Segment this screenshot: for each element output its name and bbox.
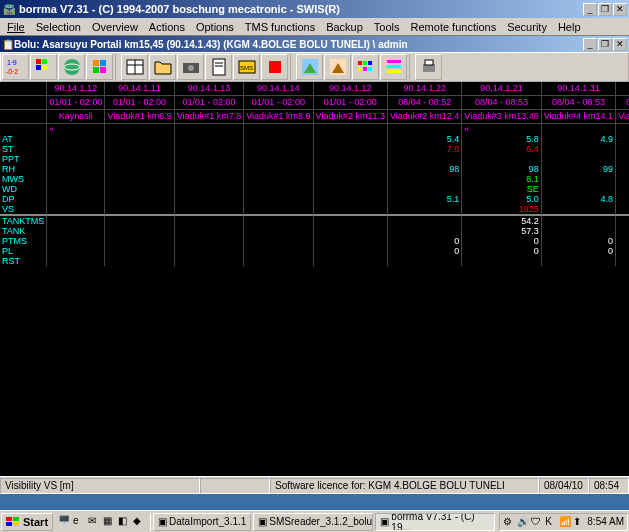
ql-app3-icon[interactable]: ◆ (133, 515, 147, 529)
mdi-icon: 📋 (2, 39, 14, 50)
tool-document-icon[interactable] (205, 54, 232, 80)
svg-rect-28 (363, 61, 367, 65)
ql-ie-icon[interactable]: e (73, 515, 87, 529)
data-grid[interactable]: 90.14.1.1290.14.1.1190.14.1.1390.14.1.14… (0, 82, 629, 476)
ql-app2-icon[interactable]: ◧ (118, 515, 132, 529)
status-bar: Visibility VS [m] Software licence for: … (0, 476, 629, 494)
start-button[interactable]: Start (1, 513, 53, 531)
status-licence: Software licence for: KGM 4.BOLGE BOLU T… (270, 478, 539, 494)
svg-text:-0·2: -0·2 (6, 68, 18, 75)
tool-globe-icon[interactable] (58, 54, 85, 80)
ql-desktop-icon[interactable]: 🖥️ (58, 515, 72, 529)
tool-stop-icon[interactable] (261, 54, 288, 80)
tray-icon-1[interactable]: ⚙ (503, 516, 515, 528)
svg-rect-8 (93, 60, 99, 66)
svg-rect-11 (100, 67, 106, 73)
system-tray[interactable]: ⚙ 🔊 🛡 K 📶 ⬆ 8:54 AM (499, 513, 628, 531)
svg-rect-41 (13, 522, 19, 526)
tool-sms-icon[interactable]: SMS (233, 54, 260, 80)
status-visibility: Visibility VS [m] (0, 478, 200, 494)
svg-rect-40 (6, 522, 12, 526)
task-icon: ▣ (258, 516, 267, 527)
mdi-titlebar: 📋 Bolu: Asarsuyu Portali km15,45 (90.14.… (0, 36, 629, 52)
tool-image2-icon[interactable] (324, 54, 351, 80)
tool-table-icon[interactable] (121, 54, 148, 80)
task-icon: ▣ (380, 516, 389, 527)
quick-launch: 🖥️ e ✉ ▦ ◧ ◆ (55, 513, 151, 531)
toolbar: 1·9-0·2 SMS (0, 52, 629, 82)
svg-rect-22 (269, 61, 281, 73)
windows-logo-icon (6, 517, 20, 527)
menu-options[interactable]: Options (191, 20, 239, 34)
task-button[interactable]: ▣borrma V7.31 - (C) 19... (375, 513, 495, 531)
svg-rect-3 (42, 59, 47, 64)
mdi-maximize-button[interactable]: ❐ (598, 38, 612, 51)
tray-icon-4[interactable]: K (545, 516, 557, 528)
minimize-button[interactable]: _ (583, 3, 597, 16)
tray-icon-6[interactable]: ⬆ (573, 516, 585, 528)
svg-rect-38 (6, 517, 12, 521)
svg-rect-31 (363, 67, 367, 71)
ql-outlook-icon[interactable]: ✉ (88, 515, 102, 529)
svg-rect-29 (368, 61, 372, 65)
tool-palette-icon[interactable] (352, 54, 379, 80)
tool-camera-icon[interactable] (177, 54, 204, 80)
svg-rect-32 (368, 67, 372, 71)
svg-rect-9 (100, 60, 106, 66)
menu-actions[interactable]: Actions (144, 20, 190, 34)
tray-icon-2[interactable]: 🔊 (517, 516, 529, 528)
task-icon: ▣ (158, 516, 167, 527)
status-time: 08:54 (589, 478, 629, 494)
tool-puzzle-icon[interactable] (86, 54, 113, 80)
app-icon: 🛣️ (2, 2, 16, 16)
svg-rect-34 (387, 65, 401, 68)
menu-security[interactable]: Security (502, 20, 552, 34)
tool-numeric-icon[interactable]: 1·9-0·2 (2, 54, 29, 80)
svg-point-16 (188, 65, 194, 71)
svg-rect-37 (425, 60, 433, 65)
tool-image1-icon[interactable] (296, 54, 323, 80)
task-button[interactable]: ▣DataImport_3.1.1 (153, 513, 251, 531)
maximize-button[interactable]: ❐ (598, 3, 612, 16)
svg-text:SMS: SMS (240, 65, 253, 71)
tray-clock: 8:54 AM (587, 516, 624, 527)
menu-file[interactable]: File (2, 20, 30, 34)
mdi-minimize-button[interactable]: _ (583, 38, 597, 51)
menu-tms[interactable]: TMS functions (240, 20, 320, 34)
status-date: 08/04/10 (539, 478, 589, 494)
svg-rect-10 (93, 67, 99, 73)
menu-overview[interactable]: Overview (87, 20, 143, 34)
menu-tools[interactable]: Tools (369, 20, 405, 34)
svg-rect-39 (13, 517, 19, 521)
svg-rect-30 (358, 67, 362, 71)
menu-backup[interactable]: Backup (321, 20, 368, 34)
tool-bars-icon[interactable] (380, 54, 407, 80)
svg-text:1·9: 1·9 (7, 59, 17, 66)
svg-rect-35 (387, 70, 401, 73)
menu-selection[interactable]: Selection (31, 20, 86, 34)
task-button[interactable]: ▣SMSreader_3.1.2_bolu (253, 513, 373, 531)
svg-point-6 (64, 59, 80, 75)
menu-help[interactable]: Help (553, 20, 586, 34)
mdi-close-button[interactable]: ✕ (613, 38, 627, 51)
app-titlebar: 🛣️ borrma V7.31 - (C) 1994-2007 boschung… (0, 0, 629, 18)
tool-folder-icon[interactable] (149, 54, 176, 80)
svg-rect-4 (36, 65, 41, 70)
svg-rect-33 (387, 60, 401, 63)
tray-icon-5[interactable]: 📶 (559, 516, 571, 528)
status-blank (200, 478, 270, 494)
menu-remote[interactable]: Remote functions (406, 20, 502, 34)
svg-rect-2 (36, 59, 41, 64)
app-title: borrma V7.31 - (C) 1994-2007 boschung me… (19, 3, 583, 15)
svg-rect-17 (213, 59, 225, 75)
mdi-title: Bolu: Asarsuyu Portali km15,45 (90.14.1.… (14, 39, 583, 50)
close-button[interactable]: ✕ (613, 3, 627, 16)
svg-rect-5 (42, 65, 47, 70)
svg-rect-27 (358, 61, 362, 65)
ql-app1-icon[interactable]: ▦ (103, 515, 117, 529)
tool-print-icon[interactable] (415, 54, 442, 80)
tray-icon-3[interactable]: 🛡 (531, 516, 543, 528)
menu-bar: File Selection Overview Actions Options … (0, 18, 629, 36)
tool-grid-icon[interactable] (30, 54, 57, 80)
taskbar: Start 🖥️ e ✉ ▦ ◧ ◆ ▣DataImport_3.1.1▣SMS… (0, 510, 629, 532)
